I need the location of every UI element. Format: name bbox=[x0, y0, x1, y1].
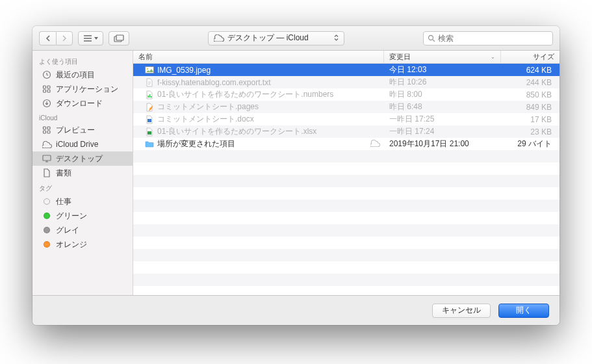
file-row[interactable]: 01-良いサイトを作るためのワークシート.xlsx一昨日 17:2423 KB bbox=[133, 125, 560, 138]
sidebar-item[interactable]: デスクトップ bbox=[32, 151, 133, 166]
file-date: 昨日 10:26 bbox=[384, 77, 501, 88]
chevron-down-icon bbox=[94, 37, 98, 40]
xlsx-file-icon bbox=[145, 127, 154, 136]
sidebar-item-label: 最近の項目 bbox=[56, 70, 95, 81]
svg-rect-1 bbox=[116, 35, 123, 40]
file-name: 場所が変更された項目 bbox=[157, 138, 235, 150]
sidebar-item[interactable]: グリーン bbox=[32, 209, 133, 223]
sidebar-item[interactable]: 書類 bbox=[32, 166, 133, 180]
sidebar-item-label: デスクトップ bbox=[56, 153, 103, 164]
file-size: 624 KB bbox=[501, 66, 560, 75]
svg-rect-11 bbox=[44, 131, 46, 133]
file-date: 昨日 8:00 bbox=[384, 89, 501, 100]
file-date: 一昨日 17:24 bbox=[384, 126, 501, 137]
pages-file-icon bbox=[145, 103, 154, 112]
column-header-size[interactable]: サイズ bbox=[501, 51, 560, 63]
cloud-status-icon bbox=[370, 140, 380, 149]
file-row[interactable]: コミットメントシート.pages昨日 6:48849 KB bbox=[133, 101, 560, 113]
num-file-icon bbox=[145, 90, 154, 99]
sort-caret-icon: ⌄ bbox=[491, 54, 495, 60]
sidebar-item[interactable]: ダウンロード bbox=[32, 96, 133, 110]
sidebar-item-label: 書類 bbox=[56, 168, 71, 179]
file-name: IMG_0539.jpeg bbox=[157, 66, 211, 75]
svg-rect-9 bbox=[44, 127, 46, 129]
cancel-button[interactable]: キャンセル bbox=[432, 304, 491, 318]
sidebar-item-label: アプリケーション bbox=[56, 84, 118, 95]
sidebar-section-heading: よく使う項目 bbox=[32, 53, 133, 68]
nav-group bbox=[39, 31, 73, 46]
img-file-icon bbox=[145, 66, 154, 75]
svg-point-2 bbox=[429, 35, 433, 40]
svg-rect-7 bbox=[47, 90, 50, 92]
sidebar-item[interactable]: アプリケーション bbox=[32, 82, 133, 96]
search-icon bbox=[428, 34, 435, 42]
chevron-left-icon bbox=[45, 35, 51, 42]
back-button[interactable] bbox=[39, 31, 56, 46]
file-name: コミットメントシート.docx bbox=[157, 114, 254, 125]
group-button[interactable] bbox=[109, 31, 129, 46]
file-date: 今日 12:03 bbox=[384, 64, 501, 75]
folder-file-icon bbox=[145, 140, 154, 149]
svg-rect-18 bbox=[151, 96, 152, 98]
sidebar-section-heading: タグ bbox=[32, 180, 133, 194]
svg-rect-17 bbox=[149, 94, 151, 98]
sidebar-item[interactable]: プレビュー bbox=[32, 123, 133, 137]
sidebar-item-label: 仕事 bbox=[56, 196, 71, 207]
open-file-dialog: デスクトップ — iCloud よく使う項目最近の項目アプリケーションダウンロー… bbox=[32, 26, 560, 325]
file-row[interactable]: 01-良いサイトを作るためのワークシート.numbers昨日 8:00850 K… bbox=[133, 88, 560, 101]
toolbar: デスクトップ — iCloud bbox=[32, 26, 560, 51]
column-header-name[interactable]: 名前 bbox=[133, 51, 384, 63]
file-row[interactable]: コミットメントシート.docx一昨日 17:2517 KB bbox=[133, 113, 560, 125]
file-date: 一昨日 17:25 bbox=[384, 114, 501, 125]
file-name: 01-良いサイトを作るためのワークシート.numbers bbox=[157, 89, 333, 100]
location-popup[interactable]: デスクトップ — iCloud bbox=[208, 31, 344, 46]
tag-dot-icon bbox=[42, 225, 52, 235]
file-row[interactable]: 場所が変更された項目2019年10月17日 21:0029 バイト bbox=[133, 138, 560, 150]
search-field[interactable] bbox=[423, 31, 553, 46]
sidebar-section-heading: iCloud bbox=[32, 110, 133, 123]
doc-icon bbox=[42, 168, 52, 178]
column-header-date[interactable]: 変更日⌄ bbox=[384, 51, 501, 63]
sidebar-item[interactable]: グレイ bbox=[32, 223, 133, 237]
file-name: f-kissy.hatenablog.com.export.txt bbox=[157, 78, 271, 87]
svg-rect-13 bbox=[43, 155, 51, 161]
file-size: 849 KB bbox=[501, 103, 560, 112]
svg-rect-12 bbox=[47, 131, 50, 133]
group-icon bbox=[114, 34, 124, 42]
cloud-icon bbox=[42, 139, 52, 150]
forward-button[interactable] bbox=[56, 31, 73, 46]
location-label: デスクトップ — iCloud bbox=[227, 32, 309, 44]
sidebar-item[interactable]: 仕事 bbox=[32, 194, 133, 209]
sidebar-item-label: iCloud Drive bbox=[56, 140, 98, 149]
file-row[interactable]: f-kissy.hatenablog.com.export.txt昨日 10:2… bbox=[133, 76, 560, 88]
tag-dot-icon bbox=[42, 239, 52, 250]
tag-dot-icon bbox=[42, 211, 52, 221]
search-input[interactable] bbox=[438, 34, 548, 43]
open-button[interactable]: 開く bbox=[498, 304, 549, 318]
file-size: 850 KB bbox=[501, 90, 560, 99]
view-mode-button[interactable] bbox=[78, 31, 103, 46]
file-date: 昨日 6:48 bbox=[384, 101, 501, 112]
list-view-icon bbox=[83, 35, 92, 42]
cloud-icon bbox=[214, 34, 224, 42]
file-size: 29 バイト bbox=[501, 138, 560, 150]
sidebar: よく使う項目最近の項目アプリケーションダウンロードiCloudプレビューiClo… bbox=[32, 51, 133, 295]
sidebar-item-label: ダウンロード bbox=[56, 98, 103, 109]
sidebar-item[interactable]: オレンジ bbox=[32, 237, 133, 252]
sidebar-item[interactable]: 最近の項目 bbox=[32, 68, 133, 82]
file-date: 2019年10月17日 21:00 bbox=[384, 138, 501, 150]
txt-file-icon bbox=[145, 78, 154, 87]
desktop-icon bbox=[42, 153, 52, 164]
apps-icon bbox=[42, 125, 52, 135]
footer: キャンセル 開く bbox=[32, 295, 560, 325]
sidebar-item[interactable]: iCloud Drive bbox=[32, 137, 133, 151]
svg-rect-19 bbox=[148, 119, 151, 122]
file-row[interactable]: IMG_0539.jpeg今日 12:03624 KB bbox=[133, 64, 560, 76]
clock-icon bbox=[42, 70, 52, 80]
file-name: コミットメントシート.pages bbox=[157, 101, 259, 112]
file-rows: IMG_0539.jpeg今日 12:03624 KBf-kissy.haten… bbox=[133, 64, 560, 295]
svg-point-15 bbox=[147, 68, 148, 70]
file-size: 17 KB bbox=[501, 115, 560, 124]
sidebar-item-label: プレビュー bbox=[56, 125, 95, 136]
svg-rect-6 bbox=[44, 90, 46, 92]
